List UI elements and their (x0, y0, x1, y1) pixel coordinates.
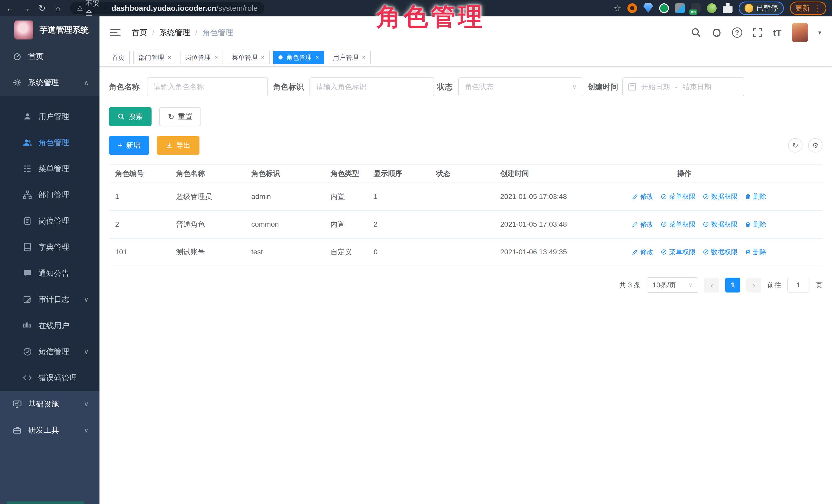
delete-link[interactable]: 删除 (745, 192, 766, 201)
dashboard-icon (11, 52, 23, 61)
help-icon[interactable]: ? (732, 27, 742, 38)
forward-icon[interactable]: → (21, 3, 32, 13)
sidebar-item-menu-mgmt[interactable]: 菜单管理 (0, 156, 100, 182)
profile-paused-pill[interactable]: 已暂停 (739, 2, 784, 15)
app-logo (15, 21, 33, 39)
search-button[interactable]: 搜索 (109, 107, 152, 126)
menu-permission-link[interactable]: 菜单权限 (661, 220, 696, 229)
sidebar-item-error-code[interactable]: 错误码管理 (0, 365, 100, 391)
col-actions: 操作 (626, 164, 823, 183)
reload-icon[interactable]: ↻ (36, 3, 48, 13)
date-separator: - (675, 83, 677, 91)
search-form: 角色名称 角色标识 状态 角色状态 ∨ 创建时间 开始日期 - 结束日期 (109, 77, 823, 97)
delete-link[interactable]: 删除 (745, 248, 766, 257)
add-button[interactable]: + 新增 (109, 136, 149, 155)
status-select[interactable]: 角色状态 ∨ (458, 77, 583, 97)
font-size-icon[interactable]: tT (773, 28, 782, 38)
role-name-input[interactable] (147, 77, 268, 97)
sidebar-item-post-mgmt[interactable]: 岗位管理 (0, 208, 100, 234)
close-icon[interactable]: × (214, 54, 218, 61)
book-icon (22, 242, 33, 252)
prev-page-button[interactable]: ‹ (704, 277, 719, 292)
breadcrumb-system[interactable]: 系统管理 (159, 27, 190, 38)
close-icon[interactable]: × (362, 54, 366, 61)
goto-page-input[interactable] (787, 277, 809, 292)
col-role-type: 角色类型 (324, 164, 367, 183)
tab-home[interactable]: 首页 (107, 51, 130, 64)
sidebar: 芋道管理系统 首页 系统管理 ∧ 用户管理 (0, 17, 100, 504)
sidebar-item-audit-log[interactable]: 审计日志 ∨ (0, 286, 100, 313)
data-permission-link[interactable]: 数据权限 (703, 220, 738, 229)
sidebar-item-sms-mgmt[interactable]: 短信管理 ∨ (0, 339, 100, 365)
table-refresh-button[interactable]: ↻ (788, 138, 803, 153)
extension-on-badge: on (690, 9, 697, 15)
app-logo-row[interactable]: 芋道管理系统 (0, 17, 100, 43)
data-permission-link[interactable]: 数据权限 (703, 192, 738, 201)
page-size-select[interactable]: 10条/页 ∨ (647, 277, 698, 293)
pencil-icon (632, 249, 638, 255)
tab-role-active[interactable]: 角色管理 × (273, 51, 324, 64)
export-button[interactable]: 导出 (157, 136, 200, 155)
edit-link[interactable]: 修改 (632, 248, 654, 257)
sidebar-item-notice[interactable]: 通知公告 (0, 260, 100, 286)
close-icon[interactable]: × (261, 54, 265, 61)
home-icon[interactable]: ⌂ (52, 3, 63, 13)
reset-button[interactable]: ↻ 重置 (159, 107, 201, 126)
col-role-id: 角色编号 (109, 164, 170, 183)
role-code-input[interactable] (310, 77, 434, 97)
pencil-icon (632, 193, 638, 200)
avatar-caret-icon[interactable]: ▾ (818, 29, 821, 36)
extension-icon-orange[interactable] (627, 3, 637, 13)
circle-check-icon (661, 221, 667, 228)
delete-link[interactable]: 删除 (745, 220, 766, 229)
current-page-button[interactable]: 1 (725, 277, 740, 292)
tab-post[interactable]: 岗位管理 × (180, 51, 223, 64)
tab-dept[interactable]: 部门管理 × (133, 51, 176, 64)
date-range-picker[interactable]: 开始日期 - 结束日期 (622, 77, 744, 97)
sidebar-item-home[interactable]: 首页 (0, 43, 100, 70)
address-bar[interactable]: ⚠ 不安全 dashboard.yudao.iocoder.cn /system… (70, 2, 264, 15)
chrome-menu-icon[interactable]: ⋮ (813, 4, 821, 13)
menu-permission-link[interactable]: 菜单权限 (661, 248, 696, 257)
extension-icon-green-circle[interactable] (659, 3, 669, 13)
next-page-button[interactable]: › (746, 277, 761, 292)
org-tree-icon (22, 190, 33, 200)
extension-puzzle-icon[interactable] (723, 3, 732, 13)
fullscreen-icon[interactable] (753, 27, 763, 38)
sidebar-item-user-mgmt[interactable]: 用户管理 (0, 103, 100, 130)
table-settings-button[interactable]: ⚙ (808, 138, 823, 153)
edit-link[interactable]: 修改 (632, 220, 654, 229)
data-permission-link[interactable]: 数据权限 (703, 248, 738, 257)
status-label: 状态 (437, 82, 452, 92)
back-icon[interactable]: ← (5, 3, 16, 13)
monitor-icon (11, 399, 23, 408)
menu-permission-link[interactable]: 菜单权限 (661, 192, 696, 201)
total-count-label: 共 3 条 (619, 281, 641, 290)
extension-icon-blue-gem[interactable] (643, 3, 653, 13)
sidebar-item-dev-tools[interactable]: 研发工具 ∨ (0, 417, 100, 443)
github-icon[interactable] (711, 27, 722, 38)
sidebar-item-system[interactable]: 系统管理 ∧ (0, 70, 100, 96)
breadcrumb-home[interactable]: 首页 (132, 27, 147, 38)
sidebar-toggle-icon[interactable] (110, 29, 121, 36)
close-icon[interactable]: × (168, 54, 171, 61)
sidebar-item-online-users[interactable]: 在线用户 (0, 313, 100, 339)
user-icon (22, 112, 33, 121)
table-row: 1 超级管理员 admin 内置 1 2021-01-05 17:03:48 修… (109, 183, 823, 210)
extension-icon-leaf[interactable] (707, 3, 717, 13)
sidebar-item-role-mgmt[interactable]: 角色管理 (0, 130, 100, 156)
user-avatar[interactable] (792, 23, 808, 42)
sidebar-item-dept-mgmt[interactable]: 部门管理 (0, 182, 100, 208)
extension-icon-grid[interactable] (675, 3, 685, 13)
edit-link[interactable]: 修改 (632, 192, 654, 201)
sidebar-item-infrastructure[interactable]: 基础设施 ∨ (0, 391, 100, 417)
log-edit-icon (22, 295, 33, 304)
extension-icon-dark-on[interactable]: on (691, 3, 701, 13)
tab-menu[interactable]: 菜单管理 × (227, 51, 270, 64)
search-icon[interactable] (691, 27, 701, 38)
close-icon[interactable]: × (315, 54, 319, 61)
sidebar-item-dict-mgmt[interactable]: 字典管理 (0, 234, 100, 260)
bookmark-star-icon[interactable]: ☆ (614, 3, 621, 13)
chrome-update-button[interactable]: 更新 ⋮ (790, 2, 826, 15)
tab-user[interactable]: 用户管理 × (328, 51, 371, 64)
